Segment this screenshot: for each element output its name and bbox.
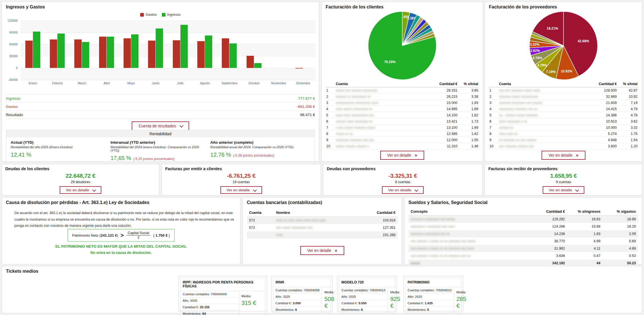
row-rank: 7 — [489, 125, 498, 131]
kpi-value: 22.648,72 € — [2, 173, 159, 179]
profitability-value: 17,65 % (-5,25 puntos porcentuales) — [111, 155, 205, 161]
pie-slice-label: 18.21% — [547, 26, 558, 30]
bar-gastos-marzo — [74, 39, 82, 68]
table-row[interactable]: 6xxxx xxxxxxxx x xx10.9133.62 — [489, 118, 638, 125]
gridline — [21, 44, 316, 45]
row-rank: 4 — [489, 106, 498, 112]
table-row[interactable]: xxx xxxxxx x xxxxx xx xx xxxxxxx xxx xxx… — [408, 245, 638, 252]
col-cuenta: Cuenta — [247, 209, 274, 217]
row-amount: 4.648 — [585, 137, 617, 143]
legend-item-ingresos[interactable]: Ingresos — [162, 13, 181, 17]
table-row[interactable]: 572xxx xxxxx xxxxxxxxx xxx127.351 — [247, 224, 398, 231]
kpi-detail-button[interactable]: Ver en detalle — [382, 186, 424, 194]
ticket-media-value: 315 € — [242, 300, 263, 306]
redacted-name: xxxx xxxxxxxx x xx — [499, 119, 527, 123]
bank-accounts-card: Cuentas bancarias (contabilizadas) Cuent… — [243, 197, 402, 264]
row-pct: 1.93 — [458, 100, 479, 106]
row-name: xxxxxx xx — [498, 125, 585, 131]
table-row[interactable]: 5xx - xxxxxx xxxxx xxxxxxx14.3864.78 — [489, 112, 638, 118]
y-axis-tick: 30000 — [5, 54, 18, 58]
profitability-note: (-5,25 puntos porcentuales) — [132, 157, 175, 161]
ticket-row-value: 3.050 — [293, 301, 301, 305]
double-chevron-right-icon: » — [576, 154, 578, 157]
row-name: xxxxxxxx xxxxxxx xxx xxx — [335, 137, 426, 143]
ticket-row: Cuentas contables: 705004009 — [180, 291, 239, 297]
table-row[interactable]: 9xxxxxxxx xxxxxxx xxx xxx12.0001.55 — [326, 137, 479, 143]
legend-item-gastos[interactable]: Gastos — [140, 13, 157, 17]
ticket-row: Cantidad €: 1.425 — [405, 300, 454, 306]
kpi-detail-button[interactable]: Ver en detalle — [543, 186, 585, 194]
table-row[interactable]: xxxxxxx x xxxxxxxx xxx xx14.2361.832.09 — [408, 230, 638, 238]
table-row[interactable]: 1xxx xxx xxxxxxx xxxxx xxxx128.50042.67 — [489, 87, 638, 94]
pie-slice-label: 10.92% — [561, 69, 572, 73]
table-row[interactable]: xxx xxxxxx x xxxxx xx xx xxxxxxx xxx xx3… — [408, 252, 638, 259]
ticket-row: Movimientos: 6 — [339, 306, 388, 313]
ticket-media-value: 508 € — [324, 296, 334, 309]
table-row[interactable]: 5xxxx xxxx xxxxxxxxxx xxx14.1001.82 — [326, 112, 479, 118]
table-row[interactable]: 10xxx xxxxxxx xxxxxx xxx3.6001.20 — [489, 143, 638, 149]
table-row[interactable]: 1xxxxx xxx xxxxxx xxxxxxxxx28.3313.65 — [326, 87, 479, 94]
y-axis-tick: 120000 — [5, 19, 18, 22]
row-name: xxxx xxxx xxxxxxxxxx xxx — [335, 112, 426, 118]
bank-detail-button[interactable]: Ver en detalle » — [300, 246, 344, 255]
row-amount: 14.386 — [585, 112, 617, 118]
kpi-detail-button[interactable]: Ver en detalle — [220, 186, 262, 194]
table-row[interactable]: 7x xxx xxxxx xxxxxxx xxxxx13.1001.69 — [326, 125, 479, 131]
row-amount: 10.913 — [585, 118, 617, 125]
table-row[interactable]: 9xx xxxxxxx xx xxx xxxxxx4.6481.54 — [489, 137, 638, 143]
col-cantidad: Cantidad € — [362, 209, 398, 217]
row-rank: 10 — [489, 143, 498, 149]
gridline — [21, 56, 316, 56]
ticket-title: IRNR — [273, 278, 331, 287]
table-row[interactable]: 6xxxxxx xxxx xxxxxxxx xx13.4211.73 — [326, 118, 479, 125]
ticket-media-label: Media: — [242, 294, 263, 298]
table-row[interactable]: 2xxxxxxx xxxxx xxxxxxxxxx32.88910.92 — [489, 94, 638, 100]
table-row[interactable]: 3xxxxxxxxxxx xxxxxxxxx xxxx15.0001.93 — [326, 100, 479, 106]
table-row[interactable]: xxxx231.268 — [247, 231, 398, 239]
table-row[interactable]: 4xxxxxxxxx xxxxxxx xxx xx14.4154.79 — [489, 106, 638, 112]
table-row[interactable]: 8xxxx xxxx xx5.2741.75 — [489, 131, 638, 137]
kpi-subtext: 9 cuentas — [485, 180, 642, 184]
table-row[interactable]: 4xxxx xxxxx xxxxxxxxx xx14.6951.89 — [326, 106, 479, 112]
summary-value: 777.677 € — [298, 96, 315, 101]
col-pct: % s/total — [458, 81, 479, 87]
row-amount: 3.600 — [585, 143, 617, 149]
cuenta-resultados-button[interactable]: Cuenta de resultados — [132, 121, 189, 130]
results-button-row: Cuenta de resultados — [2, 121, 319, 130]
kpi-title: Deudas con proveedores — [327, 167, 375, 171]
ticket-irpf-card: IRPF: INGRESOS POR RENTA PERSONAS FÍSICA… — [178, 276, 267, 311]
table-row[interactable]: 2xxxxxx xx xxxxxxxxx xx26.2153.38 — [326, 94, 479, 100]
row-rank: 6 — [489, 118, 498, 125]
pie-slice-label: 79.29% — [384, 60, 396, 64]
row-cantidad: 124.296 — [529, 223, 567, 230]
redacted-name: xxxxxxxxx xxxxxxx xxx xx — [499, 107, 537, 111]
table-row[interactable]: 10xxxxx xxxxxx xxxxxx x11.3101.46 — [326, 143, 479, 149]
dashboard: Ingresos y Gastos GastosIngresos 1200009… — [0, 0, 644, 315]
row-cantidad: 3.636 — [529, 252, 567, 259]
table-row[interactable]: 3xxxxxxx xxxxxxxx xxx xxxxxx21.6397.19 — [489, 100, 638, 106]
row-rank: 1 — [489, 87, 498, 94]
table-row[interactable]: 7xxxxxx xx10.0003.32 — [489, 125, 638, 131]
clients-pie-chart: 3.65%3.38%79.29% — [367, 10, 437, 81]
row-pct: 1.55 — [458, 137, 479, 143]
bar-ingresos-octubre — [254, 63, 261, 68]
x-axis-tick: Enero — [21, 81, 45, 85]
table-row[interactable]: xxxxxxxx x xxxxxxxx xxx xxxx124.29615.98… — [408, 223, 638, 230]
table-row[interactable]: 8xxxxx xx xx12.5851.62 — [326, 131, 479, 137]
row-rank: 6 — [326, 118, 335, 125]
table-row[interactable]: 572xxxx xx xxxx xxxx xxxx xxxx xxxx103.9… — [247, 217, 398, 224]
ticket-row: Movimientos: 5 — [405, 306, 454, 313]
profitability-col-2: Año anterior (completo)Rentabilidad anua… — [210, 140, 310, 161]
providers-detail-button[interactable]: Ver en detalle » — [542, 151, 585, 160]
row-rank: 8 — [326, 131, 335, 137]
gridline — [21, 68, 316, 68]
dissolution-formula: Patrimonio Neto (241.121 €) > Capital So… — [68, 229, 175, 241]
summary-row-ingresos: Ingresos777.677 € — [6, 94, 315, 102]
kpi-detail-label: Ver en detalle — [549, 188, 572, 192]
table-row[interactable]: xxx xxxxxx x xxxxx xx xx xxxxxxx xxx xxx… — [408, 238, 638, 245]
kpi-detail-button[interactable]: Ver en detalle — [60, 186, 102, 194]
ticket-row-label: Cuentas contables: — [276, 289, 304, 292]
row-nombre: xxxx xx xxxx xxxx xxxx xxxx xxxx — [274, 217, 362, 224]
table-row[interactable]: xxxxxxx x xxxxxxxx xxx xxxxx129.29216.63… — [408, 216, 638, 223]
clients-detail-button[interactable]: Ver en detalle » — [380, 151, 424, 160]
